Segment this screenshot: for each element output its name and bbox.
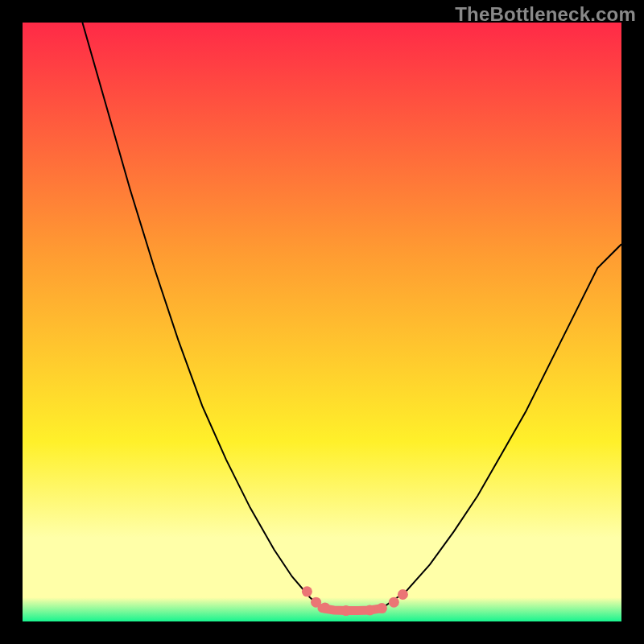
chart-frame: TheBottleneck.com <box>0 0 644 644</box>
marker-dot <box>389 597 399 608</box>
marker-dot <box>377 603 387 613</box>
chart-svg <box>23 23 621 621</box>
gradient-background <box>23 23 621 621</box>
marker-dot <box>341 605 351 616</box>
marker-dot <box>365 605 375 615</box>
marker-dot <box>398 589 408 600</box>
marker-dot <box>311 597 321 608</box>
plot-area <box>23 23 621 621</box>
marker-dot <box>320 602 330 613</box>
marker-dot <box>302 586 312 597</box>
